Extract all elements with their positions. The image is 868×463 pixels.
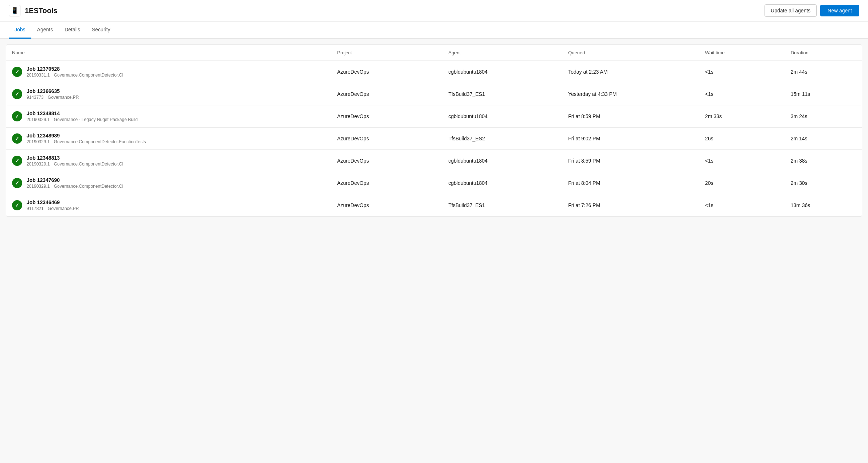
job-wait-time: 20s — [699, 172, 785, 194]
job-build-num: 20190331.1 — [27, 73, 50, 78]
job-agent: TfsBuild37_ES1 — [442, 194, 562, 217]
job-project: AzureDevOps — [331, 83, 442, 105]
status-icon — [12, 156, 22, 166]
job-project: AzureDevOps — [331, 194, 442, 217]
status-icon — [12, 133, 22, 144]
job-pipeline: Governance.ComponentDetector.CI — [54, 162, 124, 167]
tab-security[interactable]: Security — [86, 22, 116, 39]
job-name: Job 12348814 — [27, 110, 141, 116]
job-agent: cgbldubuntu1804 — [442, 61, 562, 83]
job-name: Job 12366635 — [27, 88, 82, 94]
job-build-num: 20190329.1 — [27, 184, 50, 189]
col-header-agent: Agent — [442, 45, 562, 61]
job-meta: 20190331.1 Governance.ComponentDetector.… — [27, 73, 126, 78]
table-row[interactable]: Job 12346469 9117821 Governance.PR Azure… — [6, 194, 862, 217]
job-project: AzureDevOps — [331, 128, 442, 150]
main-content: Name Project Agent Queued Wait time Dura… — [6, 44, 862, 217]
app-icon: 📱 — [9, 5, 20, 16]
nav-tabs: Jobs Agents Details Security — [0, 22, 868, 39]
job-meta: 9143773 Governance.PR — [27, 95, 82, 100]
job-queued: Fri at 9:02 PM — [562, 128, 699, 150]
job-build-num: 9117821 — [27, 206, 44, 211]
status-icon — [12, 111, 22, 121]
header-actions: Update all agents New agent — [765, 4, 859, 17]
table-row[interactable]: Job 12347690 20190329.1 Governance.Compo… — [6, 172, 862, 194]
job-build-num: 20190329.1 — [27, 139, 50, 144]
job-project: AzureDevOps — [331, 150, 442, 172]
job-queued: Fri at 8:04 PM — [562, 172, 699, 194]
col-header-queued: Queued — [562, 45, 699, 61]
job-info: Job 12370528 20190331.1 Governance.Compo… — [27, 66, 126, 78]
job-info: Job 12348813 20190329.1 Governance.Compo… — [27, 155, 126, 167]
tab-jobs[interactable]: Jobs — [9, 22, 31, 39]
job-name: Job 12348989 — [27, 133, 149, 139]
job-info: Job 12348814 20190329.1 Governance - Leg… — [27, 110, 141, 122]
job-agent: TfsBuild37_ES2 — [442, 128, 562, 150]
job-queued: Yesterday at 4:33 PM — [562, 83, 699, 105]
job-pipeline: Governance - Legacy Nuget Package Build — [54, 117, 138, 122]
job-name: Job 12370528 — [27, 66, 126, 72]
job-queued: Today at 2:23 AM — [562, 61, 699, 83]
job-project: AzureDevOps — [331, 61, 442, 83]
job-duration: 15m 11s — [785, 83, 862, 105]
app-header: 📱 1ESTools Update all agents New agent — [0, 0, 868, 22]
table-row[interactable]: Job 12366635 9143773 Governance.PR Azure… — [6, 83, 862, 105]
job-info: Job 12348989 20190329.1 Governance.Compo… — [27, 133, 149, 144]
job-name-cell: Job 12370528 20190331.1 Governance.Compo… — [6, 61, 331, 83]
job-name-cell: Job 12366635 9143773 Governance.PR — [6, 83, 331, 105]
col-header-project: Project — [331, 45, 442, 61]
tab-agents[interactable]: Agents — [31, 22, 59, 39]
job-name-cell: Job 12348989 20190329.1 Governance.Compo… — [6, 128, 331, 150]
job-name-cell: Job 12346469 9117821 Governance.PR — [6, 194, 331, 217]
app-title: 1ESTools — [25, 7, 58, 15]
job-info: Job 12346469 9117821 Governance.PR — [27, 199, 82, 211]
tab-details[interactable]: Details — [59, 22, 86, 39]
job-project: AzureDevOps — [331, 172, 442, 194]
table-row[interactable]: Job 12348814 20190329.1 Governance - Leg… — [6, 105, 862, 128]
col-header-name: Name — [6, 45, 331, 61]
job-name-cell: Job 12348814 20190329.1 Governance - Leg… — [6, 105, 331, 128]
job-name-cell: Job 12347690 20190329.1 Governance.Compo… — [6, 172, 331, 194]
job-duration: 13m 36s — [785, 194, 862, 217]
job-meta: 20190329.1 Governance.ComponentDetector.… — [27, 162, 126, 167]
table-row[interactable]: Job 12348813 20190329.1 Governance.Compo… — [6, 150, 862, 172]
table-row[interactable]: Job 12370528 20190331.1 Governance.Compo… — [6, 61, 862, 83]
job-wait-time: <1s — [699, 83, 785, 105]
status-icon — [12, 67, 22, 77]
job-duration: 3m 24s — [785, 105, 862, 128]
job-meta: 9117821 Governance.PR — [27, 206, 82, 211]
job-name: Job 12346469 — [27, 199, 82, 205]
job-queued: Fri at 7:26 PM — [562, 194, 699, 217]
job-wait-time: 26s — [699, 128, 785, 150]
new-agent-button[interactable]: New agent — [820, 5, 859, 16]
table-header-row: Name Project Agent Queued Wait time Dura… — [6, 45, 862, 61]
col-header-wait-time: Wait time — [699, 45, 785, 61]
job-info: Job 12366635 9143773 Governance.PR — [27, 88, 82, 100]
job-wait-time: 2m 33s — [699, 105, 785, 128]
job-pipeline: Governance.PR — [48, 95, 79, 100]
job-pipeline: Governance.ComponentDetector.CI — [54, 184, 124, 189]
col-header-duration: Duration — [785, 45, 862, 61]
job-queued: Fri at 8:59 PM — [562, 105, 699, 128]
job-agent: TfsBuild37_ES1 — [442, 83, 562, 105]
job-build-num: 9143773 — [27, 95, 44, 100]
job-duration: 2m 30s — [785, 172, 862, 194]
job-wait-time: <1s — [699, 194, 785, 217]
job-wait-time: <1s — [699, 150, 785, 172]
update-all-agents-button[interactable]: Update all agents — [765, 4, 817, 17]
job-name: Job 12347690 — [27, 177, 126, 183]
status-icon — [12, 200, 22, 210]
jobs-table: Name Project Agent Queued Wait time Dura… — [6, 45, 862, 216]
job-meta: 20190329.1 Governance - Legacy Nuget Pac… — [27, 117, 141, 122]
job-meta: 20190329.1 Governance.ComponentDetector.… — [27, 184, 126, 189]
header-left: 📱 1ESTools — [9, 5, 58, 16]
job-agent: cgbldubuntu1804 — [442, 105, 562, 128]
job-duration: 2m 14s — [785, 128, 862, 150]
job-build-num: 20190329.1 — [27, 162, 50, 167]
job-pipeline: Governance.ComponentDetector.FunctionTes… — [54, 139, 146, 144]
table-row[interactable]: Job 12348989 20190329.1 Governance.Compo… — [6, 128, 862, 150]
job-name: Job 12348813 — [27, 155, 126, 161]
job-queued: Fri at 8:59 PM — [562, 150, 699, 172]
job-duration: 2m 38s — [785, 150, 862, 172]
status-icon — [12, 178, 22, 188]
